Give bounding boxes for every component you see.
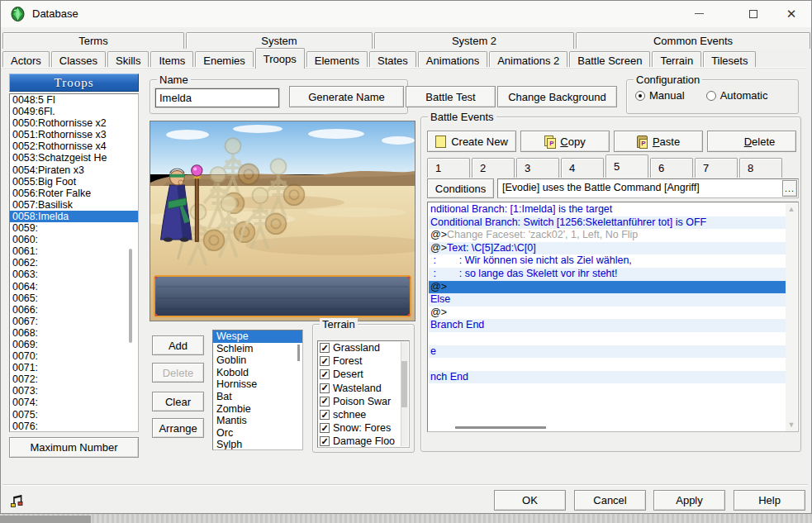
troops-list-item[interactable]: 0066: <box>10 304 138 316</box>
tab-enemies[interactable]: Enemies <box>195 51 254 69</box>
event-line[interactable]: Conditional Branch: Switch [1256:Skelett… <box>429 216 786 230</box>
troops-list-item[interactable]: 0055:Big Foot <box>10 176 138 188</box>
battle-events-paste-button[interactable]: Paste <box>614 131 703 152</box>
troops-list-item[interactable]: 0058:Imelda <box>10 211 138 222</box>
battle-event-page-tab-3[interactable]: 3 <box>516 158 559 178</box>
condition-browse-button[interactable]: ... <box>782 180 797 197</box>
event-command-list[interactable]: nditional Branch: [1:Imelda] is the targ… <box>427 202 799 432</box>
event-line[interactable]: nditional Branch: [1:Imelda] is the targ… <box>429 203 786 216</box>
battle-events-create-new-button[interactable]: Create New <box>427 131 516 152</box>
tab-elements[interactable]: Elements <box>306 51 368 69</box>
troops-list-item[interactable]: 0048:5 Fl <box>10 94 138 106</box>
battle-event-page-tab-6[interactable]: 6 <box>650 158 693 178</box>
monster-list-item[interactable]: Goblin <box>213 354 302 367</box>
tab-classes[interactable]: Classes <box>51 51 106 69</box>
name-input[interactable] <box>155 88 279 107</box>
troops-list-item[interactable]: 0053:Schatzgeist He <box>10 152 138 164</box>
event-line[interactable]: Branch End <box>429 319 786 332</box>
checkbox-icon[interactable]: ✓ <box>320 410 330 420</box>
add-member-button[interactable]: Add <box>152 335 204 355</box>
event-list-horizontal-scrollbar[interactable] <box>455 426 546 429</box>
ok-button[interactable]: OK <box>494 490 566 511</box>
checkbox-icon[interactable]: ✓ <box>320 383 330 393</box>
checkbox-icon[interactable]: ✓ <box>320 436 330 446</box>
tab-skills[interactable]: Skills <box>107 51 149 69</box>
event-line[interactable]: nch End <box>429 371 786 384</box>
troops-list-item[interactable]: 0074: <box>10 397 138 408</box>
monster-list-item[interactable]: Bat <box>213 391 302 403</box>
event-line[interactable]: @> <box>429 307 786 320</box>
category-tab-terms[interactable]: Terms <box>2 32 184 49</box>
battle-events-delete-button[interactable]: Delete <box>707 131 796 152</box>
cancel-button[interactable]: Cancel <box>574 490 646 511</box>
troops-list-item[interactable]: 0068: <box>10 327 138 339</box>
terrain-item[interactable]: ✓Poison Swar <box>318 395 409 408</box>
category-tab-common-events[interactable]: Common Events <box>576 32 810 49</box>
troops-list-item[interactable]: 0063: <box>10 269 138 280</box>
checkbox-icon[interactable]: ✓ <box>320 423 330 433</box>
arrange-member-button[interactable]: Arrange <box>152 418 204 438</box>
troops-list-item[interactable]: 0060: <box>10 234 138 245</box>
monster-list-scrollbar[interactable] <box>297 345 300 361</box>
terrain-list[interactable]: ✓Grassland✓Forest✓Desert✓Wasteland✓Poiso… <box>317 340 410 448</box>
battle-event-page-tab-1[interactable]: 1 <box>427 158 470 178</box>
troops-list-item[interactable]: 0073: <box>10 385 138 397</box>
checkbox-icon[interactable]: ✓ <box>320 397 330 407</box>
monster-list[interactable]: WespeSchleimGoblinKoboldHornisseBatZombi… <box>212 330 303 450</box>
tab-items[interactable]: Items <box>150 51 193 69</box>
tab-tilesets[interactable]: Tilesets <box>703 51 756 69</box>
checkbox-icon[interactable]: ✓ <box>320 356 330 366</box>
troops-list-item[interactable]: 0069: <box>10 339 138 350</box>
category-tab-system[interactable]: System <box>186 32 373 49</box>
event-line[interactable]: e <box>429 345 786 359</box>
troops-list-item[interactable]: 0061: <box>10 245 138 257</box>
monster-list-item[interactable]: Sylph <box>213 439 302 450</box>
scroll-down-icon[interactable]: ▼ <box>788 421 795 429</box>
radio-manual[interactable]: Manual <box>635 89 685 102</box>
event-line[interactable] <box>429 358 786 371</box>
event-line[interactable]: : : so lange das Skelett vor ihr steht! <box>429 268 786 281</box>
battle-event-page-tab-8[interactable]: 8 <box>739 158 782 178</box>
event-line[interactable] <box>429 332 786 345</box>
event-list-vertical-scrollbar[interactable]: ▲ ▼ <box>786 203 797 431</box>
troops-list-item[interactable]: 0062: <box>10 257 138 269</box>
tab-states[interactable]: States <box>369 51 416 69</box>
radio-automatic[interactable]: Automatic <box>706 89 768 102</box>
troops-list-item[interactable]: 0072: <box>10 373 138 385</box>
monster-list-item[interactable]: Mantis <box>213 415 302 427</box>
troops-list-item[interactable]: 0051:Rothornisse x3 <box>10 129 138 140</box>
battle-event-page-tab-7[interactable]: 7 <box>695 158 738 178</box>
terrain-item[interactable]: ✓Wasteland <box>318 382 409 395</box>
troops-list-item[interactable]: 0052:Rothornisse x4 <box>10 140 138 152</box>
troops-list-item[interactable]: 0070: <box>10 350 138 362</box>
clear-member-button[interactable]: Clear <box>152 392 204 411</box>
event-line[interactable]: : : Wir können sie nicht als Ziel wählen… <box>429 254 786 268</box>
event-line[interactable]: @>Text: \C[5]Zad:\C[0] <box>429 242 786 255</box>
troops-list[interactable]: 0048:5 Fl0049:6Fl.0050:Rothornisse x2005… <box>9 93 139 432</box>
scroll-up-icon[interactable]: ▲ <box>788 206 795 213</box>
help-button[interactable]: Help <box>734 490 805 511</box>
troops-list-scrollbar[interactable] <box>129 249 132 343</box>
troops-list-item[interactable]: 0057:Basilisk <box>10 199 138 211</box>
change-background-button[interactable]: Change Background <box>497 86 617 107</box>
event-line[interactable]: Else <box>429 293 786 307</box>
tab-terrain[interactable]: Terrain <box>652 51 701 69</box>
conditions-button[interactable]: Conditions <box>427 178 494 198</box>
battle-event-page-tab-2[interactable]: 2 <box>472 158 515 178</box>
tab-actors[interactable]: Actors <box>2 51 50 69</box>
troops-list-item[interactable]: 0071: <box>10 362 138 373</box>
checkbox-icon[interactable]: ✓ <box>320 343 330 353</box>
minimize-button[interactable] <box>680 1 718 26</box>
terrain-item[interactable]: ✓Forest <box>318 354 409 368</box>
checkbox-icon[interactable]: ✓ <box>320 369 330 379</box>
monster-list-item[interactable]: Orc <box>213 427 302 440</box>
troops-list-item[interactable]: 0076: <box>10 421 138 432</box>
condition-value-field[interactable]: [Evodie] uses the Battle Command [Angrif… <box>497 178 799 198</box>
terrain-item[interactable]: ✓Damage Floo <box>318 435 409 448</box>
troops-list-item[interactable]: 0059: <box>10 222 138 234</box>
battle-event-page-tab-4[interactable]: 4 <box>561 158 604 178</box>
category-tab-system-2[interactable]: System 2 <box>374 32 574 49</box>
event-line[interactable]: @>Change Faceset: 'zack02', 1, Left, No … <box>429 229 786 242</box>
troops-list-item[interactable]: 0054:Piraten x3 <box>10 164 138 176</box>
generate-name-button[interactable]: Generate Name <box>289 86 404 107</box>
